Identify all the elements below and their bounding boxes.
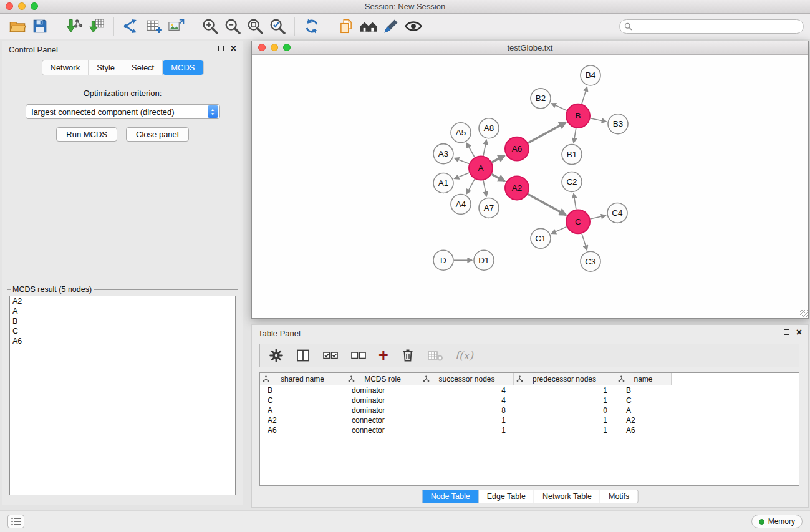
new-network-button[interactable] (120, 15, 142, 37)
add-column-button[interactable]: + (378, 346, 388, 365)
graph-edge-A-A8[interactable] (483, 140, 486, 156)
select-all-button[interactable] (322, 346, 339, 365)
tab-node-table[interactable]: Node Table (423, 490, 479, 503)
graph-edge-C-C2[interactable] (574, 193, 576, 209)
tab-style[interactable]: Style (89, 60, 123, 75)
tab-mcds[interactable]: MCDS (163, 60, 203, 75)
graph-node-A8[interactable]: A8 (479, 118, 499, 138)
column-header-mcds-role[interactable]: MCDS role (345, 373, 420, 385)
import-network-button[interactable] (63, 15, 85, 37)
graph-node-A7[interactable]: A7 (479, 198, 499, 218)
graph-node-B3[interactable]: B3 (608, 114, 628, 134)
new-table-button[interactable] (142, 15, 165, 37)
graph-edge-C-C3[interactable] (582, 233, 587, 250)
graph-edge-A-A4[interactable] (466, 179, 475, 194)
graph-edge-A6-B[interactable] (528, 122, 566, 143)
zoom-in-button[interactable] (199, 15, 221, 37)
result-item[interactable]: A6 (10, 336, 235, 346)
graph-edge-B-B4[interactable] (582, 87, 587, 104)
graph-edge-A-A5[interactable] (466, 143, 475, 157)
column-header-name[interactable]: name (615, 373, 672, 385)
graph-node-A2[interactable]: A2 (505, 177, 529, 200)
graph-edge-B-B3[interactable] (591, 118, 607, 122)
delete-table-button[interactable] (427, 346, 443, 365)
select-columns-button[interactable] (296, 346, 311, 365)
open-session-button[interactable] (6, 15, 29, 37)
close-panel-button[interactable]: Close panel (126, 127, 189, 142)
optimization-criterion-select[interactable]: largest connected component (directed) ▲… (26, 104, 220, 119)
window-resize-grip[interactable] (800, 310, 808, 317)
column-header-shared-name[interactable]: shared name (260, 373, 345, 385)
float-panel-icon[interactable] (218, 46, 224, 51)
graph-node-B[interactable]: B (566, 104, 590, 128)
table-row[interactable]: Cdominator41C (260, 395, 799, 405)
graph-node-D[interactable]: D (433, 250, 453, 270)
mcds-result-list[interactable]: A2ABCA6 (9, 296, 236, 495)
graph-node-A6[interactable]: A6 (505, 137, 529, 161)
graph-node-C4[interactable]: C4 (607, 203, 627, 223)
search-field[interactable] (619, 19, 804, 34)
graph-edge-A-A7[interactable] (483, 180, 486, 196)
graph-node-C1[interactable]: C1 (531, 228, 551, 248)
graph-edge-A-A1[interactable] (455, 173, 470, 178)
dropdown-stepper-icon[interactable]: ▲▼ (208, 105, 218, 118)
graph-node-A[interactable]: A (469, 157, 493, 180)
close-network-button[interactable] (258, 44, 266, 51)
graph-edge-A-A3[interactable] (455, 158, 470, 163)
graph-node-A4[interactable]: A4 (451, 194, 471, 214)
copy-documents-button[interactable] (335, 15, 357, 37)
run-mcds-button[interactable]: Run MCDS (56, 127, 117, 142)
style-brush-button[interactable] (380, 15, 402, 37)
graph-edge-C-C4[interactable] (591, 215, 606, 219)
result-item[interactable]: A2 (10, 296, 235, 306)
memory-button[interactable]: Memory (751, 515, 803, 528)
result-item[interactable]: A (10, 306, 235, 316)
graph-edge-B-B2[interactable] (551, 104, 567, 110)
zoom-fit-button[interactable] (244, 15, 266, 37)
export-image-button[interactable] (165, 15, 187, 37)
save-session-button[interactable] (29, 15, 51, 37)
show-panels-button[interactable] (7, 515, 24, 528)
table-row[interactable]: Bdominator41B (260, 385, 799, 395)
result-item[interactable]: C (10, 326, 235, 336)
function-builder-button[interactable]: f(x) (455, 346, 473, 365)
graph-edge-C-C1[interactable] (551, 227, 567, 234)
table-row[interactable]: A6connector11A6 (260, 425, 799, 435)
graph-node-B2[interactable]: B2 (531, 89, 551, 109)
network-canvas[interactable]: B4B2BB3A5A8A6A3B1AC2A1A2A4A7C4CC1C3DD1 (252, 55, 808, 318)
graph-node-C2[interactable]: C2 (562, 172, 582, 192)
tab-network[interactable]: Network (42, 60, 89, 75)
tab-network-table[interactable]: Network Table (534, 490, 600, 503)
graph-edge-A-A6[interactable] (492, 155, 505, 162)
zoom-network-button[interactable] (283, 44, 291, 51)
show-hide-button[interactable] (402, 15, 425, 37)
graph-node-C3[interactable]: C3 (581, 251, 600, 271)
tab-select[interactable]: Select (123, 60, 163, 75)
table-row[interactable]: Adominator80A (260, 405, 799, 415)
tab-edge-table[interactable]: Edge Table (479, 490, 534, 503)
delete-column-button[interactable] (400, 346, 415, 365)
tab-motifs[interactable]: Motifs (600, 490, 637, 503)
minimize-network-button[interactable] (271, 44, 278, 51)
float-panel-icon[interactable] (784, 329, 789, 335)
graph-node-B4[interactable]: B4 (581, 65, 600, 85)
table-settings-button[interactable] (269, 346, 284, 365)
table-row[interactable]: A2connector11A2 (260, 415, 799, 425)
search-input[interactable] (635, 22, 799, 31)
graph-node-C[interactable]: C (566, 210, 590, 233)
zoom-selected-button[interactable] (266, 15, 289, 37)
network-graph[interactable]: B4B2BB3A5A8A6A3B1AC2A1A2A4A7C4CC1C3DD1 (252, 55, 808, 318)
zoom-out-button[interactable] (221, 15, 244, 37)
graph-edge-B-B1[interactable] (574, 128, 576, 142)
graph-node-B1[interactable]: B1 (562, 145, 582, 165)
graph-node-A5[interactable]: A5 (451, 123, 471, 143)
column-header-successor-nodes[interactable]: successor nodes (420, 373, 514, 385)
unselect-all-button[interactable] (350, 346, 367, 365)
graph-node-A1[interactable]: A1 (433, 173, 453, 193)
apply-layout-button[interactable] (301, 15, 323, 37)
import-table-button[interactable] (85, 15, 108, 37)
graph-edge-A2-C[interactable] (528, 194, 566, 215)
graph-node-D1[interactable]: D1 (474, 250, 494, 270)
result-item[interactable]: B (10, 316, 235, 326)
close-panel-icon[interactable]: × (231, 45, 236, 52)
